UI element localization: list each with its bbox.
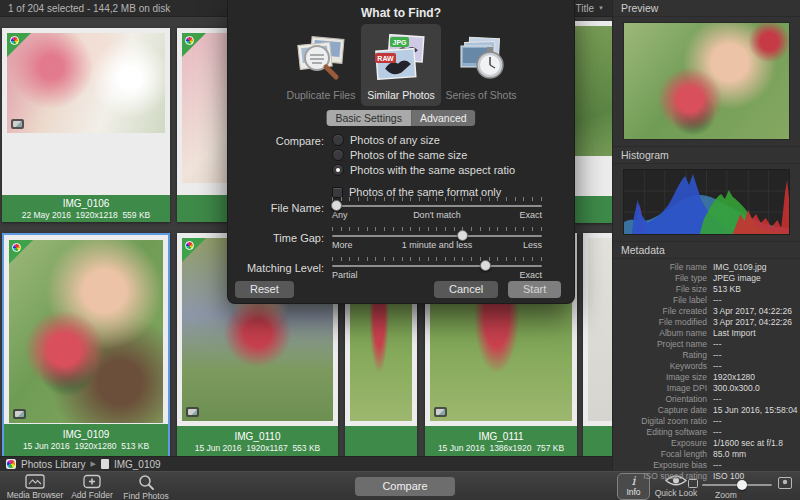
photos-pinwheel-icon <box>10 36 19 45</box>
thumbnail-label: IMG_0110 15 Jun 2016 1920x1167 553 KB <box>177 426 338 456</box>
metadata-value: 300.0x300.0 <box>713 383 760 393</box>
radio-icon[interactable] <box>332 149 344 161</box>
photo-partial <box>588 238 612 421</box>
file-name: IMG_0106 <box>63 198 110 209</box>
radio-label: Photos of the same size <box>350 149 467 161</box>
find-photos-button[interactable]: Find Photos <box>120 474 172 500</box>
metadata-row: Exposure1/1600 sec at f/1.8 <box>613 437 800 448</box>
metadata-value: --- <box>713 295 722 305</box>
histogram <box>623 169 790 235</box>
jpeg-badge <box>186 407 199 417</box>
similar-photos-icon: JPG RAW <box>372 34 430 86</box>
metadata-label: Exposure <box>613 438 707 448</box>
time-gap-slider[interactable]: More 1 minute and less Less <box>332 227 542 251</box>
metadata-row: Image size1920x1280 <box>613 371 800 382</box>
photo-img-0109 <box>9 240 163 423</box>
file-info: 22 May 2016 1920x1218 559 KB <box>22 210 151 220</box>
histogram-chart <box>624 170 789 234</box>
slider-scale-labels: More 1 minute and less Less <box>332 240 542 250</box>
slider-track[interactable] <box>332 205 542 207</box>
metadata-label: File type <box>613 273 707 283</box>
mode-duplicate-files[interactable]: Duplicate Files <box>281 24 361 106</box>
mode-series-of-shots[interactable]: Series of Shots <box>441 24 521 106</box>
metadata-label: File modified <box>613 317 707 327</box>
metadata-row: File created3 Apr 2017, 04:22:26 <box>613 305 800 316</box>
thumbnail-label: IMG_0109 15 Jun 2016 1920x1280 513 KB <box>4 424 168 456</box>
mode-similar-photos[interactable]: JPG RAW Similar Photos <box>361 24 441 106</box>
breadcrumb-current[interactable]: IMG_0109 <box>114 459 161 470</box>
metadata-row: Project name--- <box>613 338 800 349</box>
zoom-slider-thumb[interactable] <box>737 480 747 490</box>
thumbnail-img-0109[interactable]: IMG_0109 15 Jun 2016 1920x1280 513 KB <box>2 233 170 456</box>
preview-image <box>623 22 790 140</box>
tab-basic-settings[interactable]: Basic Settings <box>326 110 411 126</box>
metadata-value: ISO 100 <box>713 471 744 481</box>
metadata-row: Capture date15 Jun 2016, 15:58:04 <box>613 404 800 415</box>
histogram-section-title: Histogram <box>613 146 800 164</box>
add-folder-label: Add Folder <box>71 490 113 500</box>
scale-max: Less <box>523 240 542 250</box>
metadata-row: Digital zoom ratio--- <box>613 415 800 426</box>
start-button[interactable]: Start <box>508 281 561 298</box>
metadata-value: --- <box>713 427 722 437</box>
photos-library-icon <box>6 459 16 469</box>
metadata-value: --- <box>713 460 722 470</box>
chevron-down-icon: ▼ <box>598 5 604 11</box>
photos-pinwheel-icon <box>185 36 194 45</box>
metadata-row: Editing software--- <box>613 426 800 437</box>
mode-label: Duplicate Files <box>287 89 356 101</box>
metadata-label: Focal length <box>613 449 707 459</box>
mode-label: Similar Photos <box>367 89 435 101</box>
add-folder-button[interactable]: Add Folder <box>68 474 116 500</box>
radio-photos-any-size[interactable]: Photos of any size <box>332 134 440 146</box>
metadata-label: Digital zoom ratio <box>613 416 707 426</box>
metadata-row: File modified3 Apr 2017, 04:22:26 <box>613 316 800 327</box>
radio-label: Photos of any size <box>350 134 440 146</box>
metadata-label: File label <box>613 295 707 305</box>
metadata-value: IMG_0109.jpg <box>713 262 766 272</box>
duplicate-files-icon <box>292 34 350 86</box>
metadata-row: Rating--- <box>613 349 800 360</box>
thumbnail-img-0106[interactable]: IMG_0106 22 May 2016 1920x1218 559 KB <box>2 28 170 222</box>
photos-pinwheel-icon <box>185 241 194 250</box>
add-folder-icon <box>83 474 101 489</box>
partial-thumbnail[interactable] <box>583 233 612 456</box>
metadata-label: Orientation <box>613 394 707 404</box>
metadata-value: --- <box>713 339 722 349</box>
slider-track[interactable] <box>332 265 542 267</box>
metadata-row: File typeJPEG image <box>613 272 800 283</box>
metadata-label: Capture date <box>613 405 707 415</box>
metadata-value: --- <box>713 350 722 360</box>
matching-level-slider[interactable]: Partial Exact <box>332 257 542 281</box>
checkbox-icon[interactable] <box>332 187 343 198</box>
media-browser-button[interactable]: Media Browser <box>6 474 64 500</box>
scale-mid: 1 minute and less <box>402 240 473 250</box>
radio-icon[interactable] <box>332 134 344 146</box>
radio-photos-same-size[interactable]: Photos of the same size <box>332 149 467 161</box>
jpeg-badge <box>434 407 447 417</box>
jpg-badge: JPG <box>392 39 407 46</box>
radio-photos-same-aspect-ratio[interactable]: Photos with the same aspect ratio <box>332 164 515 176</box>
metadata-value: --- <box>713 394 722 404</box>
slider-ticks <box>332 257 542 261</box>
zoom-slider[interactable] <box>702 484 772 486</box>
file-name: IMG_0110 <box>235 431 281 442</box>
file-name: IMG_0111 <box>478 431 523 442</box>
tab-advanced[interactable]: Advanced <box>411 110 476 126</box>
breadcrumb: Photos Library ▶ IMG_0109 <box>0 456 612 471</box>
scale-min: More <box>332 240 353 250</box>
reset-button[interactable]: Reset <box>235 281 294 298</box>
metadata-label: Editing software <box>613 427 707 437</box>
radio-icon-checked[interactable] <box>332 164 344 176</box>
breadcrumb-root[interactable]: Photos Library <box>21 459 85 470</box>
slider-scale-labels: Any Don't match Exact <box>332 210 542 220</box>
radio-label: Photos with the same aspect ratio <box>350 164 515 176</box>
metadata-row: Exposure bias--- <box>613 459 800 470</box>
cancel-button[interactable]: Cancel <box>434 281 498 298</box>
slider-track[interactable] <box>332 235 542 237</box>
metadata-value: 513 KB <box>713 284 741 294</box>
compare-button[interactable]: Compare <box>355 477 455 496</box>
metadata-label: File created <box>613 306 707 316</box>
file-name-slider[interactable]: Any Don't match Exact <box>332 197 542 221</box>
raw-badge: RAW <box>377 55 394 62</box>
